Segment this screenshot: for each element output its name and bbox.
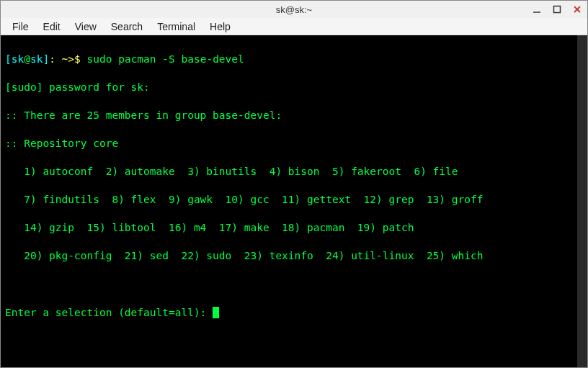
terminal-viewport[interactable]: [sk@sk]: ~>$ sudo pacman -S base-devel [… — [1, 35, 587, 367]
menu-terminal[interactable]: Terminal — [151, 19, 201, 34]
cursor-block — [213, 307, 219, 318]
prompt-user: sk — [12, 53, 24, 65]
output-sudo-password: [sudo] password for sk: — [5, 81, 583, 95]
selection-prompt-line: Enter a selection (default=all): — [5, 306, 583, 320]
terminal-scrollbar[interactable] — [577, 35, 587, 367]
maximize-button[interactable] — [550, 3, 564, 16]
output-row2: 7) findutils 8) flex 9) gawk 10) gcc 11)… — [5, 193, 583, 207]
prompt-line: [sk@sk]: ~>$ sudo pacman -S base-devel — [5, 53, 583, 67]
prompt-at: @ — [24, 53, 30, 65]
menubar: File Edit View Search Terminal Help — [1, 18, 587, 35]
menu-help[interactable]: Help — [204, 19, 236, 34]
selection-prompt: Enter a selection (default=all): — [5, 307, 213, 318]
prompt-bracket-open: [ — [5, 53, 12, 65]
menu-view[interactable]: View — [69, 19, 102, 34]
output-members: :: There are 25 members in group base-de… — [5, 109, 583, 123]
menu-search[interactable]: Search — [105, 19, 148, 34]
window-titlebar: sk@sk:~ — [1, 1, 587, 18]
prompt-host: sk — [30, 53, 43, 65]
output-repo: :: Repository core — [5, 137, 583, 151]
window-controls — [530, 1, 584, 18]
minimize-button[interactable] — [530, 3, 544, 16]
output-row1: 1) autoconf 2) automake 3) binutils 4) b… — [5, 165, 583, 179]
menu-edit[interactable]: Edit — [37, 19, 66, 34]
close-button[interactable] — [570, 3, 584, 16]
blank-line — [5, 278, 583, 292]
command-text: sudo pacman -S base-devel — [87, 53, 244, 65]
svg-rect-1 — [554, 6, 561, 13]
output-row3: 14) gzip 15) libtool 16) m4 17) make 18)… — [5, 221, 583, 235]
window-title: sk@sk:~ — [276, 4, 312, 15]
prompt-path: : ~>$ — [49, 53, 86, 65]
prompt-bracket-close: ] — [43, 53, 49, 65]
output-row4: 20) pkg-config 21) sed 22) sudo 23) texi… — [5, 249, 583, 264]
menu-file[interactable]: File — [6, 19, 35, 34]
